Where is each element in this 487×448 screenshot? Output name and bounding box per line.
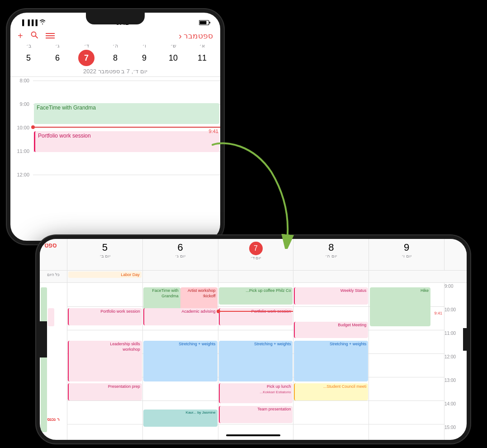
current-time-label: 9:41 — [209, 129, 218, 134]
allday-cell-6 — [142, 271, 218, 282]
date-9[interactable]: 9 — [136, 50, 152, 66]
menu-button[interactable] — [46, 31, 55, 41]
allday-cells: Labor Day — [67, 271, 444, 282]
event-leadership-workshop[interactable]: Leadership skillsworkshop — [68, 341, 142, 381]
tick-13: 13:00 — [444, 377, 467, 400]
tick-15: 15:00 — [444, 424, 467, 440]
time-line-8 — [33, 81, 220, 81]
all-day-text: כל היום — [47, 272, 60, 277]
svg-rect-1 — [200, 21, 207, 24]
event-student-council[interactable]: Student Council meeti... — [294, 383, 368, 400]
event-pickup-coffee[interactable]: Pick up coffee Philz Co... — [219, 287, 293, 305]
event-hike[interactable]: Hike — [370, 287, 430, 326]
date-10[interactable]: 10 — [165, 50, 181, 66]
time-label-8: 8:00 — [10, 77, 33, 83]
day-num-9: 9 — [404, 242, 409, 253]
day-label-sat: ש׳ — [165, 43, 181, 49]
day-label-sun: א׳ — [194, 43, 210, 49]
tick-12: 12:00 — [444, 353, 467, 377]
event-stretching-6[interactable]: Stretching + weights — [143, 341, 217, 381]
day-name-8: יום ה׳ — [325, 253, 337, 258]
day-name-7: יום ד׳ — [251, 255, 261, 260]
body-col-8: Weekly Status Budget Meeting Stretching … — [293, 283, 369, 440]
current-time-line-7 — [218, 311, 293, 312]
status-icons-left: ▐ ▐▐▐ — [20, 19, 46, 26]
labor-day-event[interactable]: Labor Day — [68, 272, 142, 278]
tick-9: 9:00 — [444, 283, 467, 306]
body-col-9: Hike — [369, 283, 444, 440]
day-label-mon: ב׳ — [20, 43, 37, 49]
event-kokkari[interactable]: Kaur... by Jasmine — [143, 410, 217, 427]
time-label-12: 12:00 — [10, 171, 33, 177]
day-label-thu: ה׳ — [107, 43, 123, 49]
date-8[interactable]: 8 — [107, 50, 123, 66]
event-budget-meeting[interactable]: Budget Meeting — [294, 322, 368, 338]
left-bar-pink — [48, 308, 54, 326]
current-time-line — [33, 127, 220, 128]
calendar-scroll-area[interactable]: 9:00 10:00 11:00 12:00 13:00 14:00 15:00 — [40, 283, 467, 440]
day-num-6: 6 — [178, 242, 183, 253]
date-6[interactable]: 6 — [49, 50, 66, 66]
allday-sept-label: כל היום — [40, 271, 67, 282]
day-label-tue: ג׳ — [49, 43, 66, 49]
header-left-icons[interactable]: + — [18, 31, 55, 41]
allday-cell-9 — [369, 271, 444, 282]
svg-line-4 — [35, 36, 38, 38]
left-bar-green — [41, 287, 47, 432]
notch-right — [463, 328, 468, 351]
phone2-landscape: 9 יום ו׳ 8 יום ה׳ 7 יום ד׳ 6 יום ג׳ — [36, 235, 470, 443]
allday-cell-7 — [218, 271, 293, 282]
time-line-12 — [33, 175, 220, 175]
calendar-body: 8:00 9:00 10:00 11:00 12:00 F — [10, 77, 220, 224]
time-column: 9:00 10:00 11:00 12:00 13:00 14:00 15:00 — [444, 283, 467, 440]
time-line-10 — [33, 128, 220, 128]
day-name-6: יום ג׳ — [175, 253, 185, 258]
calendar-header: + › ספטמבר — [10, 29, 220, 43]
time-label-10: 10:00 — [10, 124, 33, 130]
body-col-5: Portfolio work session Leadership skills… — [67, 283, 142, 440]
event-portfolio-5[interactable]: Portfolio work session — [68, 308, 142, 325]
month-navigation[interactable]: › ספטמבר — [179, 31, 213, 41]
allday-row: Labor Day כל היום — [40, 271, 467, 283]
wifi-icon — [39, 19, 46, 26]
time-row-12: 12:00 — [10, 171, 220, 195]
time-label-9: 9:00 — [10, 100, 33, 107]
battery-icon: ▐ — [20, 19, 24, 26]
day-label-wed: ד׳ — [78, 43, 95, 49]
allday-cell-5: Labor Day — [67, 271, 142, 282]
day-label-fri: ו׳ — [136, 43, 152, 49]
event-weekly-status[interactable]: Weekly Status — [294, 287, 368, 305]
event-stretching-7[interactable]: Stretching + weights — [219, 341, 293, 381]
date-5[interactable]: 5 — [20, 50, 37, 66]
calendar-app: 9 יום ו׳ 8 יום ה׳ 7 יום ד׳ 6 יום ג׳ — [40, 239, 467, 440]
notch — [86, 13, 145, 24]
event-portfolio-work[interactable]: Portfolio work session — [34, 131, 219, 152]
event-pickup-lunch[interactable]: Pick up lunchKokkari Estiatorio... — [219, 383, 293, 403]
event-facetime-grandma[interactable]: FaceTime with Grandma — [34, 103, 219, 124]
day-col-9[interactable]: 9 יום ו׳ — [369, 239, 444, 270]
day-name-9: יום ו׳ — [402, 253, 411, 258]
next-month-button[interactable]: › — [179, 31, 182, 41]
current-time-indicator: 9:41 — [433, 310, 443, 316]
event-team-presentation[interactable]: Team presentation — [219, 406, 293, 423]
notch-left — [38, 321, 47, 357]
event-academic-advising[interactable]: Academic advising — [143, 308, 217, 325]
time-row-8: 8:00 — [10, 77, 220, 100]
time-label-11: 11:00 — [10, 148, 33, 154]
event-stretching-8[interactable]: Stretching + weights — [294, 341, 368, 381]
search-button[interactable] — [30, 31, 38, 41]
body-col-7-today: Pick up coffee Philz Co... Portfolio wor… — [218, 283, 293, 440]
event-presentation-prep[interactable]: Presentation prep — [68, 383, 142, 400]
svg-rect-2 — [209, 22, 210, 24]
date-11[interactable]: 11 — [194, 50, 210, 66]
add-event-button[interactable]: + — [18, 31, 23, 41]
selected-date-label: יום ד׳, 7 ב ספטמבר 2022 — [10, 68, 220, 76]
day-col-5[interactable]: 5 יום ב׳ — [67, 239, 142, 270]
status-icons-right — [199, 20, 210, 25]
month-label-sept: ספט׳ — [40, 239, 67, 270]
left-bar: ר נכנס — [40, 283, 67, 440]
day-num-5: 5 — [102, 242, 108, 253]
signal-icon: ▐▐▐ — [26, 19, 38, 26]
date-7-today[interactable]: 7 — [78, 50, 95, 66]
arrow-annotation — [199, 136, 335, 249]
